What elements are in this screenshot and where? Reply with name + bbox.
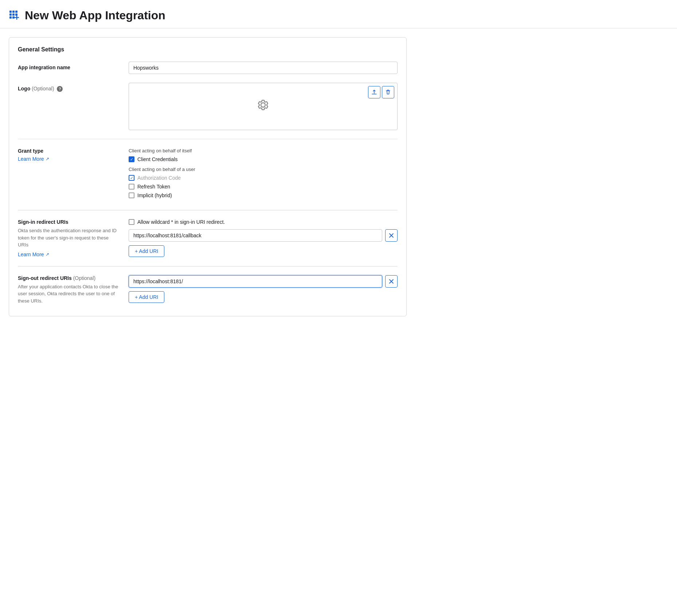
logo-optional-label: (Optional) [32, 86, 54, 91]
logo-delete-button[interactable] [382, 86, 394, 98]
logo-row: Logo (Optional) ? [18, 83, 398, 130]
logo-buttons [368, 86, 394, 98]
wildcard-row: Allow wildcard * in sign-in URI redirect… [129, 219, 398, 225]
signout-redirect-label: Sign-out redirect URIs (Optional) [18, 275, 120, 281]
page-title: New Web App Integration [25, 9, 165, 22]
signin-redirect-desc: Okta sends the authentication response a… [18, 227, 120, 249]
app-name-label: App integration name [18, 65, 70, 70]
main-content: General Settings App integration name Lo… [0, 28, 415, 325]
signin-redirect-row: Sign-in redirect URIs Okta sends the aut… [18, 219, 398, 257]
signout-optional-label: (Optional) [73, 275, 95, 281]
signout-uri-input[interactable] [129, 275, 382, 288]
refresh-token-row: Refresh Token [129, 184, 398, 190]
signout-redirect-row: Sign-out redirect URIs (Optional) After … [18, 275, 398, 308]
grant-type-label-col: Grant type Learn More ↗ [18, 148, 120, 162]
logo-upload-area [129, 83, 398, 130]
signin-control-col: Allow wildcard * in sign-in URI redirect… [129, 219, 398, 257]
implicit-hybrid-label[interactable]: Implicit (hybrid) [137, 192, 172, 198]
refresh-token-checkbox[interactable] [129, 184, 134, 190]
signin-learn-more[interactable]: Learn More ↗ [18, 252, 49, 257]
wildcard-checkbox[interactable] [129, 219, 134, 225]
svg-rect-1 [12, 11, 15, 13]
grid-plus-icon [9, 10, 20, 22]
svg-rect-3 [9, 13, 12, 16]
authorization-code-label[interactable]: Authorization Code [137, 175, 181, 181]
page-header: New Web App Integration [0, 0, 677, 28]
client-credentials-checkbox[interactable] [129, 156, 134, 162]
signin-label-col: Sign-in redirect URIs Okta sends the aut… [18, 219, 120, 257]
signout-label-col: Sign-out redirect URIs (Optional) After … [18, 275, 120, 308]
client-user-label: Client acting on behalf of a user [129, 167, 398, 172]
external-link-icon: ↗ [46, 156, 49, 161]
signin-uri-input-row [129, 229, 398, 242]
svg-rect-6 [9, 16, 12, 19]
implicit-hybrid-row: Implicit (hybrid) [129, 192, 398, 198]
logo-help-icon[interactable]: ? [57, 86, 63, 92]
signin-add-uri-button[interactable]: + Add URI [129, 245, 164, 257]
logo-upload-button[interactable] [368, 86, 380, 98]
signout-uri-input-row [129, 275, 398, 288]
client-credentials-row: Client Credentials [129, 156, 398, 162]
client-credentials-label[interactable]: Client Credentials [137, 156, 178, 162]
wildcard-label: Allow wildcard * in sign-in URI redirect… [137, 219, 225, 225]
svg-rect-4 [12, 13, 15, 16]
grant-type-section: Grant type Learn More ↗ Client acting on… [18, 148, 398, 201]
client-self-label: Client acting on behalf of itself [129, 148, 398, 153]
authorization-code-row: Authorization Code [129, 175, 398, 181]
grant-options-col: Client acting on behalf of itself Client… [129, 148, 398, 201]
section-title: General Settings [18, 46, 398, 53]
logo-control-col [129, 83, 398, 130]
refresh-token-label[interactable]: Refresh Token [137, 184, 170, 190]
signin-redirect-label: Sign-in redirect URIs [18, 219, 120, 225]
signin-redirect-section: Sign-in redirect URIs Okta sends the aut… [18, 219, 398, 257]
grant-type-learn-more[interactable]: Learn More ↗ [18, 156, 49, 162]
signout-divider [18, 266, 398, 266]
signout-uri-remove-button[interactable] [385, 275, 398, 288]
logo-label-col: Logo (Optional) ? [18, 83, 120, 92]
grant-type-label: Grant type [18, 148, 120, 154]
implicit-hybrid-checkbox[interactable] [129, 192, 134, 198]
app-name-control-col [129, 62, 398, 74]
signin-uri-input[interactable] [129, 229, 382, 242]
svg-rect-7 [12, 16, 15, 19]
app-name-label-col: App integration name [18, 62, 120, 70]
svg-rect-5 [15, 13, 17, 16]
signout-control-col: + Add URI [129, 275, 398, 303]
signin-divider [18, 210, 398, 210]
logo-label: Logo [18, 86, 30, 91]
signout-add-uri-button[interactable]: + Add URI [129, 291, 164, 303]
svg-rect-0 [9, 11, 12, 13]
app-name-row: App integration name [18, 62, 398, 74]
signin-external-link-icon: ↗ [46, 252, 49, 257]
signin-uri-remove-button[interactable] [385, 229, 398, 242]
svg-rect-2 [15, 11, 17, 13]
logo-placeholder-gear [254, 96, 272, 117]
signout-redirect-section: Sign-out redirect URIs (Optional) After … [18, 275, 398, 308]
signout-redirect-desc: After your application contacts Okta to … [18, 283, 120, 305]
general-settings-card: General Settings App integration name Lo… [9, 37, 407, 316]
grant-type-divider [18, 139, 398, 139]
authorization-code-checkbox[interactable] [129, 175, 134, 181]
app-name-input[interactable] [129, 62, 398, 74]
